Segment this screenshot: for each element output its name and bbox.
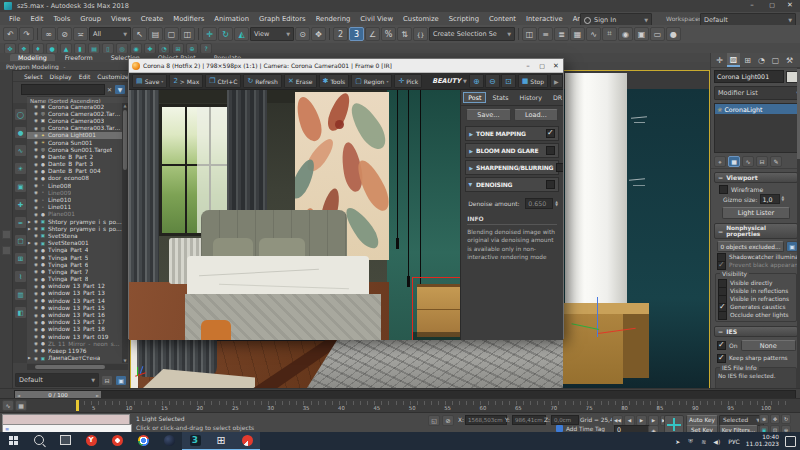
scene-object-row[interactable]: ▶ ◉ Corona Light001 (27, 132, 122, 139)
display-groups-icon[interactable]: ▢ (14, 234, 27, 247)
object-name-field[interactable]: Corona Light001 (714, 70, 784, 83)
explorer-menu-item[interactable]: Display (47, 73, 75, 80)
visibility-eye-icon[interactable]: ◉ (34, 226, 38, 231)
notification-center-icon[interactable] (785, 436, 796, 447)
make-unique-icon[interactable]: ∿ (742, 156, 754, 167)
language-indicator[interactable]: РУС (725, 438, 742, 445)
visibility-eye-icon[interactable]: ◉ (34, 248, 38, 253)
scene-object-row[interactable]: ▶ ◉ Line009 (27, 189, 122, 196)
render-production-icon[interactable]: ● (666, 27, 681, 41)
taskbar-browser-red[interactable] (234, 432, 260, 450)
menu-item[interactable]: Group (75, 15, 106, 23)
menu-item[interactable]: Rendering (311, 15, 356, 23)
dock-handle-icon[interactable] (2, 230, 11, 239)
corona-toolbar-button[interactable]: 2 > Max ▾ (169, 74, 203, 88)
utilities-tab-icon[interactable]: ⚒ (783, 54, 796, 66)
start-button[interactable] (0, 432, 26, 450)
select-and-link-icon[interactable]: ∞ (41, 27, 56, 41)
scene-object-row[interactable]: ▶ ◉ Corona Sun001.Target (27, 146, 122, 153)
taskbar-yandex-app[interactable] (104, 432, 130, 450)
snaps-toggle-icon[interactable]: ✜ (4, 43, 16, 54)
light-icon[interactable]: ♦ (32, 43, 44, 54)
defender-icon[interactable]: ⛨ (685, 437, 696, 445)
taskbar-chrome[interactable] (130, 432, 156, 450)
clock-date[interactable]: 11.01.2023 (746, 441, 779, 448)
time-tag-icon[interactable] (556, 425, 563, 432)
visibility-eye-icon[interactable]: ◉ (34, 133, 38, 138)
corona-panel-tab[interactable]: Post (463, 92, 486, 103)
display-containers-icon[interactable]: ▥ (14, 288, 27, 301)
sphere-icon[interactable]: ● (46, 43, 58, 54)
schematic-view-icon[interactable]: ⌗ (602, 27, 617, 41)
eye-icon[interactable]: ◔ (158, 43, 170, 54)
close-button[interactable]: ✕ (782, 1, 798, 9)
horizontal-scrollbar[interactable] (27, 364, 128, 370)
corona-title-bar[interactable]: Corona 8 (Hotfix 2) | 798×598px (1:1) | … (129, 59, 563, 73)
property-check-row[interactable]: Prevent black appearance (717, 261, 800, 269)
light-lister-button[interactable]: Light Lister (722, 207, 790, 219)
search-button[interactable] (26, 432, 52, 450)
explorer-menu-item[interactable]: Select (21, 73, 46, 80)
sheet-icon[interactable]: ▯ (102, 43, 114, 54)
menu-item[interactable]: Content (484, 15, 521, 23)
visibility-eye-icon[interactable]: ◉ (34, 269, 38, 274)
scene-object-row[interactable]: ▶ ◉ Corona Camera002 (27, 103, 122, 110)
wireframe-checkbox[interactable] (719, 185, 728, 194)
named-selection-set-field[interactable]: Create Selection Se▼ (429, 27, 515, 41)
display-cameras-icon[interactable]: ▣ (14, 180, 27, 193)
visibility-eye-icon[interactable]: ◉ (34, 190, 38, 195)
unlink-selection-icon[interactable]: ⊘ (57, 27, 72, 41)
ies-rollout-header[interactable]: −IES (714, 326, 798, 337)
y-coordinate-field[interactable]: 986,41cm (512, 415, 546, 425)
explorer-menu-item[interactable]: Edit (76, 73, 94, 80)
tone-load-button[interactable]: Load... (514, 109, 558, 121)
visibility-eye-icon[interactable]: ◉ (34, 198, 38, 203)
corona-close-button[interactable]: ✕ (549, 62, 563, 70)
visibility-eye-icon[interactable]: ◉ (34, 313, 38, 318)
undo-icon[interactable]: ↶ (3, 27, 18, 41)
visibility-eye-icon[interactable]: ◉ (34, 219, 38, 224)
snap-2d-icon[interactable]: 2 (333, 27, 348, 41)
select-object-icon[interactable]: ↖ (132, 27, 147, 41)
display-geometry-icon[interactable]: ● (14, 126, 27, 139)
track-bar-filter-icon[interactable]: ▦ (15, 400, 27, 411)
display-materials-icon[interactable]: ◧ (14, 306, 27, 319)
corona-toolbar-button[interactable]: ❐ Ctrl+C ▾ (205, 74, 241, 88)
display-tab-icon[interactable]: ▢ (769, 54, 782, 66)
use-pivot-center-icon[interactable]: ⊙ (295, 27, 310, 41)
scene-object-row[interactable]: ▶ ◉ window_13_Part_14 (27, 297, 122, 304)
configure-modifier-sets-icon[interactable]: ✎ (770, 156, 782, 167)
visibility-eye-icon[interactable]: ◉ (34, 298, 38, 303)
visibility-check-row[interactable]: Generates caustics (718, 303, 794, 311)
menu-item[interactable]: Scripting (444, 15, 484, 23)
visibility-eye-icon[interactable]: ◉ (34, 241, 38, 246)
visibility-eye-icon[interactable]: ◉ (34, 356, 38, 361)
remove-modifier-icon[interactable]: ⊟ (756, 156, 768, 167)
visibility-eye-icon[interactable]: ◉ (34, 327, 38, 332)
menu-item[interactable]: Create (136, 15, 169, 23)
visibility-eye-icon[interactable]: ◉ (34, 212, 38, 217)
visibility-eye-icon[interactable]: ◉ (34, 262, 38, 267)
visibility-eye-icon[interactable]: ◉ (34, 277, 38, 282)
taskbar-yandex-browser[interactable]: Y (78, 432, 104, 450)
select-by-name-icon[interactable]: ▤ (148, 27, 163, 41)
corona-panel-tab[interactable]: Stats (487, 92, 513, 103)
visibility-eye-icon[interactable]: ◉ (34, 348, 38, 353)
select-scale-icon[interactable]: ◭ (234, 27, 249, 41)
visibility-eye-icon[interactable]: ◉ (34, 320, 38, 325)
menu-item[interactable]: Animation (209, 15, 254, 23)
scene-object-row[interactable]: ▶ ◉ window_13_Part_18 (27, 326, 122, 333)
zoom-extents-icon[interactable]: ⊕ (759, 414, 769, 424)
pan-view-icon[interactable]: ✥ (770, 414, 780, 424)
taskbar-grid-app[interactable]: ⊞ (208, 432, 234, 450)
spinner-snap-icon[interactable]: ⇅ (397, 27, 412, 41)
scene-object-row[interactable]: ▶ ◉ Shtory_pryamye_i_s_podhvatom (27, 218, 122, 225)
show-end-result-icon[interactable]: ▦ (728, 156, 740, 167)
ribbon-toggle-icon[interactable]: ▦ (570, 27, 585, 41)
clock-time[interactable]: 10:40 (746, 434, 779, 441)
scene-object-row[interactable]: ▶ ◉ SvetStena001 (27, 240, 122, 247)
plug-icon[interactable]: ✚ (144, 43, 156, 54)
named-selection-sets-icon[interactable]: {} (413, 27, 428, 41)
orbit-icon[interactable]: ↻ (781, 414, 791, 424)
zoom-reset-icon[interactable]: ⊡ (501, 74, 516, 88)
